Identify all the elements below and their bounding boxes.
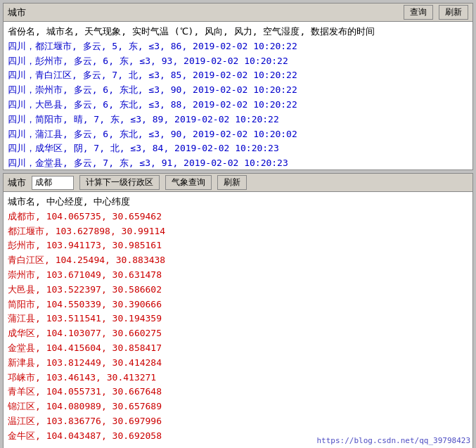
watermark: https://blog.csdn.net/qq_39798423 xyxy=(316,436,470,445)
bottom-data-rows: 成都市, 104.065735, 30.659462都江堰市, 103.6278… xyxy=(8,210,468,444)
table-row: 四川，彭州市, 多云, 6, 东, ≤3, 93, 2019-02-02 10:… xyxy=(8,54,468,69)
top-refresh-button[interactable]: 刷新 xyxy=(439,5,468,20)
table-row: 四川，简阳市, 晴, 7, 东, ≤3, 89, 2019-02-02 10:2… xyxy=(8,113,468,127)
table-row: 蒲江县, 103.511541, 30.194359 xyxy=(8,312,468,326)
table-row: 成都市, 104.065735, 30.659462 xyxy=(8,210,468,224)
bottom-content-area: 城市名, 中心经度, 中心纬度 成都市, 104.065735, 30.6594… xyxy=(4,192,472,448)
table-row: 邛崃市, 103.46143, 30.413271 xyxy=(8,371,468,385)
table-row: 四川，大邑县, 多云, 6, 东北, ≤3, 88, 2019-02-02 10… xyxy=(8,98,468,113)
table-row: 四川，蒲江县, 多云, 6, 东北, ≤3, 90, 2019-02-02 10… xyxy=(8,127,468,142)
table-row: 四川，成华区, 阴, 7, 北, ≤3, 84, 2019-02-02 10:2… xyxy=(8,141,468,156)
table-row: 四川，青白江区, 多云, 7, 北, ≤3, 85, 2019-02-02 10… xyxy=(8,68,468,83)
table-row: 四川，崇州市, 多云, 6, 东北, ≤3, 90, 2019-02-02 10… xyxy=(8,83,468,98)
calc-admin-button[interactable]: 计算下一级行政区 xyxy=(79,175,160,190)
bottom-toolbar: 城市 计算下一级行政区 气象查询 刷新 xyxy=(4,174,472,192)
bottom-header-row: 城市名, 中心经度, 中心纬度 xyxy=(8,195,468,210)
bottom-city-label: 城市 xyxy=(8,177,26,189)
table-row: 锦江区, 104.080989, 30.657689 xyxy=(8,399,468,414)
table-row: 四川，都江堰市, 多云, 5, 东, ≤3, 86, 2019-02-02 10… xyxy=(8,39,468,54)
top-toolbar: 城市 查询 刷新 xyxy=(4,4,472,22)
top-city-label: 城市 xyxy=(8,6,26,19)
bottom-panel: 城市 计算下一级行政区 气象查询 刷新 城市名, 中心经度, 中心纬度 成都市,… xyxy=(3,173,473,448)
table-row: 青白江区, 104.25494, 30.883438 xyxy=(8,253,468,268)
top-data-rows: 四川，都江堰市, 多云, 5, 东, ≤3, 86, 2019-02-02 10… xyxy=(8,39,468,169)
top-header-row: 省份名, 城市名, 天气现象, 实时气温 (℃), 风向, 风力, 空气湿度, … xyxy=(8,25,468,39)
weather-query-button[interactable]: 气象查询 xyxy=(165,175,212,190)
table-row: 金堂县, 104.415604, 30.858417 xyxy=(8,341,468,356)
table-row: 彭州市, 103.941173, 30.985161 xyxy=(8,238,468,253)
table-row: 四川，金堂县, 多云, 7, 东, ≤3, 91, 2019-02-02 10:… xyxy=(8,156,468,169)
bottom-city-input[interactable] xyxy=(32,176,74,190)
table-row: 温江区, 103.836776, 30.697996 xyxy=(8,414,468,429)
table-row: 简阳市, 104.550339, 30.390666 xyxy=(8,297,468,312)
table-row: 青羊区, 104.055731, 30.667648 xyxy=(8,385,468,399)
table-row: 大邑县, 103.522397, 30.586602 xyxy=(8,283,468,297)
table-row: 崇州市, 103.671049, 30.631478 xyxy=(8,268,468,283)
table-row: 都江堰市, 103.627898, 30.99114 xyxy=(8,224,468,239)
top-content-area: 省份名, 城市名, 天气现象, 实时气温 (℃), 风向, 风力, 空气湿度, … xyxy=(4,22,472,169)
table-row: 成华区, 104.103077, 30.660275 xyxy=(8,326,468,341)
bottom-refresh-button[interactable]: 刷新 xyxy=(217,175,247,190)
top-query-button[interactable]: 查询 xyxy=(404,5,433,20)
table-row: 新津县, 103.812449, 30.414284 xyxy=(8,356,468,371)
top-panel: 城市 查询 刷新 省份名, 城市名, 天气现象, 实时气温 (℃), 风向, 风… xyxy=(3,3,473,170)
